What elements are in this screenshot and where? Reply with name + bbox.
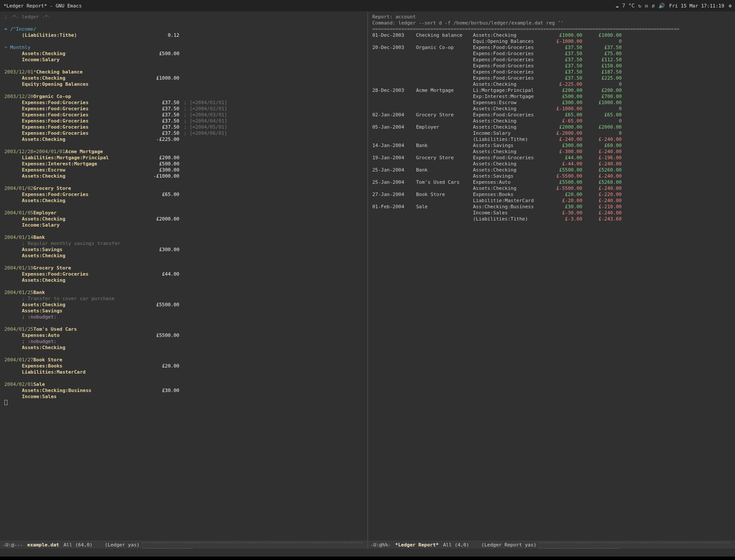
report-line[interactable]: Expens:Food:Groceries£37.50£112.50 — [372, 57, 731, 63]
source-line[interactable]: Income:Salary — [4, 222, 363, 228]
source-line[interactable]: Expenses:Food:Groceries£37.50; [=2004/05… — [4, 124, 363, 130]
menu-icon[interactable]: ⚙ — [728, 3, 732, 9]
source-line[interactable] — [4, 204, 363, 210]
report-line[interactable]: 05-Jan-2004EmployerAssets:Checking£2000.… — [372, 124, 731, 130]
report-line[interactable]: 01-Dec-2003Checking balanceAssets:Checki… — [372, 32, 731, 38]
source-line[interactable]: 2003/12/01 * Checking balance — [4, 69, 363, 75]
source-line[interactable]: Assets:Checking£5500.00 — [4, 302, 363, 308]
modeline-left[interactable]: -U:@--- example.dat All (64,0) (Ledger y… — [0, 541, 368, 549]
report-line[interactable]: Income:Salary£-2000.000 — [372, 130, 731, 136]
source-line[interactable]: (Liabilities:Tithe)0.12 — [4, 32, 363, 38]
source-line[interactable] — [4, 63, 363, 69]
report-line[interactable]: 20-Dec-2003Organic Co-opExpens:Food:Groc… — [372, 45, 731, 51]
source-line[interactable] — [4, 400, 363, 405]
source-line[interactable]: Liabilities:Mortgage:Principal£200.00 — [4, 155, 363, 161]
report-line[interactable]: Assets:Checking£-5500.00£-240.00 — [372, 186, 731, 192]
report-line[interactable]: (Liabilities:Tithe)£-240.00£-240.00 — [372, 136, 731, 143]
report-line[interactable]: Income:Sales£-30.00£-240.00 — [372, 210, 731, 216]
source-line[interactable] — [4, 179, 363, 186]
source-line[interactable]: 2004/01/25 Tom's Used Cars — [4, 326, 363, 332]
source-line[interactable]: Assets:Savings — [4, 308, 363, 314]
report-line[interactable]: (Liabilities:Tithe)£-3.60£-243.60 — [372, 216, 731, 222]
source-line[interactable] — [4, 143, 363, 149]
source-line[interactable]: ~ Monthly — [4, 45, 363, 51]
report-line[interactable]: 25-Jan-2004Tom's Used CarsExpenses:Auto£… — [372, 179, 731, 186]
report-line[interactable]: Expens:Food:Groceries£37.50£150.00 — [372, 63, 731, 69]
report-line[interactable]: Report: account — [372, 14, 731, 20]
source-line[interactable]: 2004/01/19 Grocery Store — [4, 265, 363, 271]
source-line[interactable]: Expenses:Food:Groceries£37.50; [=2004/02… — [4, 106, 363, 112]
source-line[interactable]: Assets:Checking — [4, 345, 363, 351]
source-line[interactable]: 2004/01/27 Book Store — [4, 357, 363, 363]
source-line[interactable]: Assets:Checking — [4, 198, 363, 204]
report-line[interactable]: ========================================… — [372, 26, 731, 32]
source-line[interactable] — [4, 259, 363, 265]
source-line[interactable]: ; -*- ledger -*- — [4, 14, 363, 20]
report-line[interactable]: 14-Jan-2004BankAssets:Savings£300.00£60.… — [372, 143, 731, 149]
pane-ledger-source[interactable]: ; -*- ledger -*- = /^Income/(Liabilities… — [0, 11, 368, 541]
modeline-right[interactable]: -U:@%%- *Ledger Report* All (4,0) (Ledge… — [368, 541, 735, 549]
report-line[interactable]: Expens:Food:Groceries£37.50£75.00 — [372, 51, 731, 57]
report-line[interactable]: 27-Jan-2004Book StoreExpenses:Books£20.0… — [372, 192, 731, 198]
source-line[interactable]: Income:Salary — [4, 57, 363, 63]
report-line[interactable]: Command: ledger --sort d -f /home/borbus… — [372, 20, 731, 26]
source-line[interactable]: 2004/02/01 Sale — [4, 382, 363, 388]
source-line[interactable] — [4, 88, 363, 94]
report-line[interactable]: Assets:Checking£-300.00£-240.00 — [372, 149, 731, 155]
source-line[interactable]: Assets:Checking£2000.00 — [4, 216, 363, 222]
source-line[interactable]: Assets:Checking-£225.00 — [4, 136, 363, 143]
report-line[interactable]: 19-Jan-2004Grocery StoreExpens:Food:Groc… — [372, 155, 731, 161]
source-line[interactable]: Expenses:Interest:Mortgage£500.00 — [4, 161, 363, 167]
report-line[interactable]: Assets:Checking£-1000.000 — [372, 106, 731, 112]
source-line[interactable]: Expenses:Food:Groceries£37.50; [=2004/01… — [4, 100, 363, 106]
source-line[interactable]: = /^Income/ — [4, 26, 363, 32]
source-line[interactable]: Expenses:Food:Groceries£37.50; [=2004/06… — [4, 130, 363, 136]
source-line[interactable]: Liabilities:MasterCard — [4, 369, 363, 375]
report-line[interactable]: Assets:Checking£-65.000 — [372, 118, 731, 124]
source-line[interactable] — [4, 375, 363, 382]
source-line[interactable]: 2004/01/05 Employer — [4, 210, 363, 216]
source-line[interactable]: Expenses:Food:Groceries£37.50; [=2004/04… — [4, 118, 363, 124]
source-line[interactable] — [4, 351, 363, 357]
source-line[interactable]: Assets:Checking — [4, 277, 363, 284]
volume-icon[interactable]: 🔊 — [658, 3, 665, 9]
source-line[interactable]: Expenses:Food:Groceries£65.00 — [4, 192, 363, 198]
report-line[interactable]: Expens:Food:Groceries£37.50£187.50 — [372, 69, 731, 75]
source-line[interactable] — [4, 284, 363, 290]
source-line[interactable]: 2004/01/14 Bank — [4, 234, 363, 241]
network-icon[interactable]: ⇵ — [651, 3, 654, 9]
report-line[interactable]: 28-Dec-2003Acme MortgageLi:Mortgage:Prin… — [372, 88, 731, 94]
source-line[interactable]: 2003/12/20 Organic Co-op — [4, 94, 363, 100]
source-line[interactable]: Expenses:Auto£5500.00 — [4, 332, 363, 339]
source-line[interactable]: Equity:Opening Balances — [4, 81, 363, 88]
source-line[interactable]: Assets:Checking — [4, 253, 363, 259]
report-line[interactable]: Assets:Savings£-5500.00£-240.00 — [372, 173, 731, 179]
source-line[interactable]: ; Regular monthly savings transfer — [4, 241, 363, 247]
source-line[interactable]: Expenses:Food:Groceries£44.00 — [4, 271, 363, 277]
report-line[interactable]: 01-Feb-2004SaleAss:Checking:Business£30.… — [372, 204, 731, 210]
source-line[interactable]: Expenses:Escrow£300.00 — [4, 167, 363, 173]
source-line[interactable]: Assets:Checking£1000.00 — [4, 75, 363, 81]
source-line[interactable] — [4, 228, 363, 234]
source-line[interactable]: Assets:Checking:Business£30.00 — [4, 388, 363, 394]
report-line[interactable]: Assets:Checking£-225.000 — [372, 81, 731, 88]
source-line[interactable]: ; :nobudget: — [4, 339, 363, 345]
report-line[interactable]: 02-Jan-2004Grocery StoreExpens:Food:Groc… — [372, 112, 731, 118]
source-line[interactable]: ; Transfer to cover car purchase — [4, 296, 363, 302]
report-line[interactable]: Exp:Interest:Mortgage£500.00£700.00 — [372, 94, 731, 100]
source-line[interactable] — [4, 20, 363, 26]
source-line[interactable]: ; :nobudget: — [4, 314, 363, 320]
report-line[interactable]: Equi:Opening Balances£-1000.000 — [372, 38, 731, 45]
report-line[interactable]: 25-Jan-2004BankAssets:Checking£5500.00£5… — [372, 167, 731, 173]
report-line[interactable]: Assets:Checking£-44.00£-240.00 — [372, 161, 731, 167]
source-line[interactable]: Assets:Checking£500.00 — [4, 51, 363, 57]
refresh-icon[interactable]: ↻ — [638, 3, 641, 9]
source-line[interactable]: Assets:Savings£300.00 — [4, 247, 363, 253]
source-line[interactable] — [4, 38, 363, 45]
pane-ledger-report[interactable]: Report: accountCommand: ledger --sort d … — [368, 11, 735, 541]
report-line[interactable]: Expenses:Escrow£300.00£1000.00 — [372, 100, 731, 106]
mail-icon[interactable]: ✉ — [645, 3, 648, 9]
source-line[interactable]: Expenses:Food:Groceries£37.50; [=2004/03… — [4, 112, 363, 118]
source-line[interactable]: 2004/01/02 Grocery Store — [4, 186, 363, 192]
report-line[interactable]: Expens:Food:Groceries£37.50£225.00 — [372, 75, 731, 81]
